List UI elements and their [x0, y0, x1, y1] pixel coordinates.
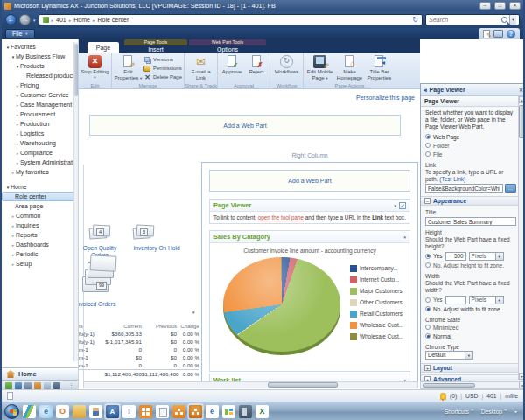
sales-by-category-header[interactable]: Sales By Catagory ▾ — [210, 231, 410, 243]
overflow-icon[interactable]: ⋮ — [68, 382, 74, 389]
forward-button[interactable]: → — [19, 14, 31, 25]
sidebar-item-setup[interactable]: ▸Setup — [2, 259, 78, 269]
sidebar-item-inquiries[interactable]: ▸Inquiries — [2, 220, 78, 230]
help-icon[interactable]: ? — [507, 30, 515, 38]
radio-folder[interactable]: Folder — [425, 142, 516, 150]
versions-button[interactable]: Versions — [144, 55, 182, 64]
page-viewer-header[interactable]: Page Viewer ▾ ✓ — [210, 200, 410, 212]
infopath-icon[interactable]: I — [122, 405, 136, 418]
home-module-button[interactable]: Home — [2, 368, 79, 380]
dynamics-ax-icon[interactable] — [23, 405, 36, 418]
compose-icon[interactable] — [483, 30, 490, 38]
make-homepage-button[interactable]: Make Homepage — [335, 54, 364, 80]
notepad-icon[interactable] — [156, 405, 169, 418]
module-icon-4[interactable] — [34, 382, 41, 389]
refresh-icon[interactable]: ↻ — [412, 16, 418, 24]
file-menu-button[interactable]: File ▾ — [5, 29, 35, 38]
breadcrumb-company[interactable]: 401 — [56, 17, 66, 23]
search-icon[interactable] — [501, 17, 508, 23]
radio-icon[interactable] — [425, 254, 430, 259]
table-row[interactable]: m-1000.00 % — [79, 361, 200, 369]
scroll-down-icon[interactable]: ▾ — [519, 373, 525, 380]
currency-indicator[interactable]: USD — [466, 393, 478, 399]
alerts-icon[interactable] — [440, 393, 446, 400]
search-dropdown-icon[interactable]: ▾ — [509, 15, 516, 24]
breadcrumb-role-center[interactable]: Role center — [97, 17, 129, 23]
content-horizontal-scrollbar[interactable] — [83, 382, 418, 388]
sidebar-item-role-center[interactable]: Role center — [2, 192, 78, 201]
approve-button[interactable]: Approve — [220, 54, 244, 75]
tab-page[interactable]: Page — [88, 42, 119, 53]
title-bar-properties-button[interactable]: Title Bar Properties — [365, 54, 394, 80]
permissions-button[interactable]: Permissions — [144, 64, 182, 73]
excel-icon[interactable]: X — [256, 405, 269, 418]
workflows-button[interactable]: ↻ Workflows — [272, 54, 301, 75]
table-row[interactable]: m-1$0$00.00 % — [79, 354, 200, 361]
web-part-checkbox[interactable]: ✓ — [399, 202, 406, 209]
sidebar-item-released-products[interactable]: Released products — [2, 71, 78, 80]
nav-scrollbar-thumb[interactable] — [74, 44, 78, 96]
edit-mobile-page-button[interactable]: Edit Mobile Page ▾ — [305, 54, 334, 80]
width-value-input[interactable] — [445, 296, 466, 304]
tool-pane-scrollbar[interactable]: ▴ ▾ — [518, 96, 525, 380]
add-web-part-right-column[interactable]: Add a Web Part — [209, 170, 410, 192]
company-indicator[interactable]: 401 — [486, 393, 496, 399]
radio-web-page[interactable]: Web Page — [425, 133, 516, 141]
nav-scrollbar[interactable] — [74, 42, 78, 361]
width-no-row[interactable]: No. Adjust width to fit zone. — [425, 305, 516, 313]
module-icon-2[interactable] — [15, 382, 22, 389]
tab-options[interactable]: Options — [189, 46, 266, 53]
table-row[interactable]: m-1000.00 % — [79, 346, 200, 354]
open-quality-orders-cue-icon[interactable]: 4 — [89, 224, 116, 242]
reject-button[interactable]: Reject — [245, 54, 268, 75]
contacts-icon[interactable] — [89, 405, 102, 418]
sidebar-item-my-favorites[interactable]: ▸My favorites — [2, 167, 78, 177]
collapse-pane-icon[interactable]: ◂ — [424, 87, 427, 94]
scroll-right-icon[interactable]: ▸ — [519, 382, 525, 388]
test-link[interactable]: (Test Link) — [439, 176, 466, 182]
search-input[interactable] — [429, 17, 500, 23]
history-dropdown-icon[interactable]: ▾ — [33, 18, 36, 23]
title-input[interactable] — [425, 217, 516, 226]
tab-insert[interactable]: Insert — [124, 46, 187, 53]
shortcuts-toolbar[interactable]: Shortcuts — [444, 409, 473, 415]
stop-editing-button[interactable]: ✕ Stop Editing ▾ — [80, 54, 109, 80]
link-input[interactable] — [425, 184, 503, 192]
maximize-button[interactable]: □ — [494, 2, 506, 10]
scrollbar-thumb[interactable] — [423, 383, 475, 388]
advanced-section-header[interactable]: +Advanced — [421, 374, 525, 381]
sidebar-item-common[interactable]: ▸Common — [2, 211, 78, 220]
onenote-icon[interactable] — [239, 405, 252, 418]
table-row[interactable]: fo(y-1)$-1,017,345.91$00.00 % — [79, 338, 200, 346]
personalize-page-link[interactable]: Personalize this page — [356, 94, 415, 101]
close-button[interactable]: ✕ — [509, 2, 521, 10]
dynamics-ax-client-icon[interactable]: A — [106, 405, 119, 418]
radio-file[interactable]: File — [425, 150, 516, 158]
inventory-on-hold-cue-icon[interactable]: 3 — [133, 224, 159, 242]
folder-icon[interactable] — [73, 405, 86, 418]
alerts-count[interactable]: (0) — [450, 393, 457, 399]
sidebar-item-favorites[interactable]: ▾Favorites — [2, 42, 78, 52]
access-icon[interactable] — [139, 405, 152, 418]
invoiced-orders-cue-icon[interactable]: 99 — [82, 256, 121, 298]
sidebar-item-compliance[interactable]: ▸Compliance — [2, 148, 78, 158]
desktop-toolbar[interactable]: Desktop — [481, 409, 507, 415]
tool-pane-horizontal-scrollbar[interactable]: ▸ — [420, 382, 525, 389]
windows-icon[interactable] — [494, 30, 503, 38]
back-button[interactable]: ← — [5, 14, 17, 25]
close-icon[interactable]: ✕ — [519, 87, 523, 93]
height-no-row[interactable]: No. Adjust height to fit zone. — [425, 262, 516, 270]
width-unit-select[interactable]: Pixels▾ — [469, 296, 504, 304]
height-unit-select[interactable]: Pixels▾ — [469, 252, 504, 261]
web-part-menu-icon[interactable]: ▾ — [403, 234, 406, 240]
sidebar-item-area-page[interactable]: Area page — [2, 201, 78, 211]
module-icon-3[interactable] — [24, 382, 32, 389]
sidebar-item-reports[interactable]: ▸Reports — [2, 230, 78, 240]
start-button[interactable] — [4, 404, 19, 419]
scrollbar-thumb[interactable] — [519, 105, 525, 138]
invoiced-orders-label[interactable]: Invoiced Orders — [79, 301, 124, 308]
sidebar-item-periodic[interactable]: ▸Periodic — [2, 249, 78, 259]
web-part-menu-icon[interactable]: ▾ — [192, 310, 195, 315]
sidebar-item-pricing[interactable]: ▸Pricing — [2, 80, 78, 90]
module-icon-6[interactable] — [53, 382, 60, 389]
